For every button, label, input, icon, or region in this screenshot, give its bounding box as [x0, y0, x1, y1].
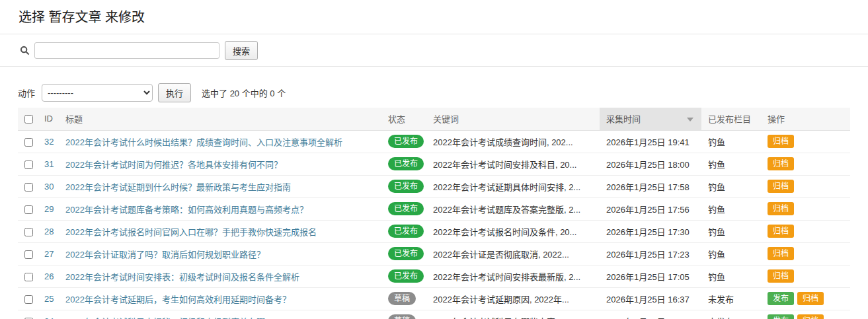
row-keywords: 2022年会计考试题库及答案完整版, 2... [426, 197, 600, 220]
publish-button[interactable]: 发布 [768, 314, 794, 319]
status-badge: 已发布 [388, 135, 424, 148]
status-badge: 已发布 [388, 225, 424, 238]
archive-button[interactable]: 归档 [768, 157, 794, 170]
row-title-link[interactable]: 2022年会计考试题库备考策略：如何高效利用真题与高频考点？ [65, 205, 308, 215]
status-badge: 草稿 [388, 314, 416, 319]
table-row: 30 2022年会计考试延期到什么时候？最新政策与考生应对指南 已发布 2022… [18, 175, 850, 197]
header-collect-time[interactable]: 采集时间 [600, 108, 701, 130]
row-collect-time: 2026年1月25日 16:28 [600, 310, 701, 319]
row-published-column: 钓鱼 [701, 242, 761, 265]
row-checkbox[interactable] [24, 183, 33, 192]
row-operations: 归档 [761, 265, 850, 287]
row-collect-time: 2026年1月25日 19:41 [600, 130, 701, 153]
row-operations: 发布归档 [761, 287, 850, 310]
table-row: 26 2022年会计考试时间安排表：初级考试时间及报名条件全解析 已发布 202… [18, 265, 850, 287]
row-checkbox[interactable] [24, 273, 33, 281]
row-published-column: 钓鱼 [701, 130, 761, 153]
actions-bar: 动作 --------- 执行 选中了 20 个中的 0 个 [18, 83, 868, 102]
select-all-checkbox[interactable] [24, 115, 33, 124]
row-id-link[interactable]: 30 [44, 182, 54, 192]
row-keywords: 2022年会计考试延期原因, 2022年... [426, 287, 600, 310]
row-collect-time: 2026年1月25日 17:58 [600, 175, 701, 197]
row-id-link[interactable]: 24 [44, 316, 54, 319]
row-title-link[interactable]: 2022年会计考试时间安排表：初级考试时间及报名条件全解析 [65, 272, 299, 282]
row-title-link[interactable]: 2022年会计考试科目大揭秘：初级和中级到底差在哪? [65, 317, 270, 319]
row-checkbox[interactable] [24, 205, 33, 214]
table-row: 31 2022年会计考试时间为何推迟？各地具体安排有何不同？ 已发布 2022年… [18, 153, 850, 175]
table-row: 24 2022年会计考试科目大揭秘：初级和中级到底差在哪? 草稿 2022年会计… [18, 310, 850, 319]
execute-button[interactable]: 执行 [158, 83, 191, 102]
search-button[interactable]: 搜索 [225, 41, 258, 60]
row-checkbox[interactable] [24, 138, 33, 147]
status-badge: 已发布 [388, 247, 424, 260]
row-published-column: 钓鱼 [701, 265, 761, 287]
publish-button[interactable]: 发布 [768, 292, 794, 305]
row-title-link[interactable]: 2022年会计考试报名时间官网入口在哪？手把手教你快速完成报名 [65, 227, 317, 237]
row-published-column: 钓鱼 [701, 153, 761, 175]
row-published-column: 未发布 [701, 287, 761, 310]
row-id-link[interactable]: 31 [44, 159, 54, 169]
row-title-link[interactable]: 2022年会计考试时间为何推迟？各地具体安排有何不同？ [65, 160, 282, 170]
search-input[interactable] [34, 42, 219, 59]
table-row: 25 2022年会计考试延期后，考生如何高效利用延期时间备考？ 草稿 2022年… [18, 287, 850, 310]
header-status[interactable]: 状态 [381, 108, 426, 130]
row-published-column: 未发布 [701, 310, 761, 319]
header-keywords[interactable]: 关键词 [426, 108, 600, 130]
archive-button[interactable]: 归档 [768, 135, 794, 148]
archive-button[interactable]: 归档 [797, 292, 824, 305]
row-collect-time: 2026年1月25日 17:23 [600, 242, 701, 265]
row-keywords: 2022年会计考试报名时间及条件, 20... [426, 220, 600, 242]
archive-button[interactable]: 归档 [768, 202, 794, 215]
row-collect-time: 2026年1月25日 18:00 [600, 153, 701, 175]
archive-button[interactable]: 归档 [768, 269, 794, 283]
archive-button[interactable]: 归档 [768, 180, 794, 193]
status-badge: 草稿 [388, 292, 416, 305]
header-title[interactable]: 标题 [59, 108, 381, 130]
row-id-link[interactable]: 27 [44, 249, 54, 259]
row-checkbox[interactable] [24, 228, 33, 236]
row-keywords: 2022年会计证是否彻底取消, 2022... [426, 242, 600, 265]
row-checkbox[interactable] [24, 250, 33, 259]
row-id-link[interactable]: 26 [44, 271, 54, 281]
table-row: 29 2022年会计考试题库备考策略：如何高效利用真题与高频考点？ 已发布 20… [18, 197, 850, 220]
row-operations: 归档 [761, 242, 850, 265]
row-title-link[interactable]: 2022年会计证取消了吗？取消后如何规划职业路径？ [65, 250, 265, 260]
row-id-link[interactable]: 32 [44, 137, 54, 147]
row-operations: 归档 [761, 197, 850, 220]
row-keywords: 2022年会计考试科目有哪些内容, 20... [426, 310, 600, 319]
row-operations: 归档 [761, 220, 850, 242]
row-published-column: 钓鱼 [701, 175, 761, 197]
row-checkbox[interactable] [24, 295, 33, 304]
archive-button[interactable]: 归档 [768, 247, 794, 260]
status-badge: 已发布 [388, 202, 424, 215]
row-title-link[interactable]: 2022年会计考试延期后，考生如何高效利用延期时间备考？ [65, 295, 291, 304]
table-row: 27 2022年会计证取消了吗？取消后如何规划职业路径？ 已发布 2022年会计… [18, 242, 850, 265]
row-checkbox[interactable] [24, 160, 33, 169]
row-collect-time: 2026年1月25日 16:37 [600, 287, 701, 310]
row-collect-time: 2026年1月25日 17:30 [600, 220, 701, 242]
row-id-link[interactable]: 28 [44, 227, 54, 236]
search-icon [20, 46, 34, 55]
page-title: 选择 暂存文章 来修改 [0, 0, 868, 34]
archive-button[interactable]: 归档 [797, 314, 824, 319]
row-id-link[interactable]: 29 [44, 204, 54, 214]
row-operations: 发布归档 [761, 310, 850, 319]
status-badge: 已发布 [388, 269, 424, 283]
status-badge: 已发布 [388, 157, 424, 170]
header-id[interactable]: ID [38, 108, 59, 130]
action-select[interactable]: --------- [42, 84, 153, 102]
header-collect-time-label: 采集时间 [606, 114, 641, 124]
header-published-column: 已发布栏目 [701, 108, 761, 130]
row-keywords: 2022年会计考试时间安排表最新版, 2... [426, 265, 600, 287]
archive-button[interactable]: 归档 [768, 225, 794, 238]
changelist-table: ID 标题 状态 关键词 采集时间 已发布栏目 操作 32 2022年会计考试什… [18, 108, 850, 319]
actions-label: 动作 [18, 87, 35, 99]
row-title-link[interactable]: 2022年会计考试什么时候出结果？成绩查询时间、入口及注意事项全解析 [65, 137, 342, 147]
table-row: 28 2022年会计考试报名时间官网入口在哪？手把手教你快速完成报名 已发布 2… [18, 220, 850, 242]
table-row: 32 2022年会计考试什么时候出结果？成绩查询时间、入口及注意事项全解析 已发… [18, 130, 850, 153]
row-published-column: 钓鱼 [701, 220, 761, 242]
sort-desc-icon[interactable] [687, 118, 693, 122]
row-title-link[interactable]: 2022年会计考试延期到什么时候？最新政策与考生应对指南 [65, 182, 291, 192]
row-id-link[interactable]: 25 [44, 294, 54, 304]
status-badge: 已发布 [388, 180, 424, 193]
